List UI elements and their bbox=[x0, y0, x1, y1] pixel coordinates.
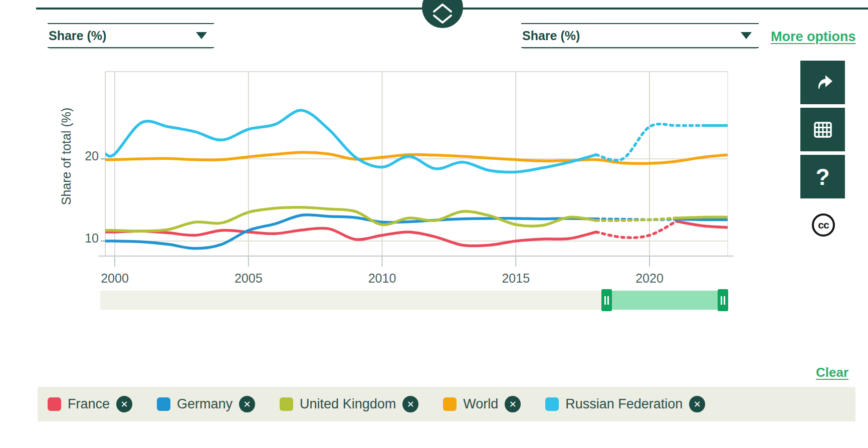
chart-toolbar: ? bbox=[800, 61, 845, 202]
legend-swatch bbox=[48, 397, 61, 411]
time-range-slider[interactable] bbox=[100, 291, 728, 310]
remove-series-button[interactable]: ✕ bbox=[239, 396, 255, 412]
legend-label: United Kingdom bbox=[300, 396, 396, 412]
y-axis-title: Share of total (%) bbox=[59, 108, 73, 205]
x-tick-label: 2005 bbox=[235, 271, 263, 285]
legend-swatch bbox=[443, 397, 457, 411]
legend-item-united-kingdom: United Kingdom✕ bbox=[280, 396, 418, 412]
legend-item-world: World✕ bbox=[443, 396, 521, 412]
panel-collapse-toggle[interactable] bbox=[422, 0, 463, 28]
legend-swatch bbox=[280, 397, 293, 411]
slider-right-handle[interactable] bbox=[718, 289, 728, 311]
x-tick-label: 2000 bbox=[101, 271, 129, 285]
legend-item-russian-federation: Russian Federation✕ bbox=[545, 396, 705, 412]
gridlines bbox=[98, 72, 734, 267]
series-line-germany bbox=[105, 215, 596, 249]
legend-item-france: France✕ bbox=[48, 396, 132, 412]
series-line-united-kingdom bbox=[676, 217, 730, 218]
series-line-france bbox=[676, 221, 730, 228]
series-line-united-kingdom-projected bbox=[596, 218, 676, 220]
series-legend: France✕Germany✕United Kingdom✕World✕Russ… bbox=[38, 387, 855, 421]
remove-series-button[interactable]: ✕ bbox=[402, 396, 418, 412]
series-lines bbox=[105, 110, 730, 249]
right-axis-metric-select[interactable]: Share (%) bbox=[521, 23, 759, 48]
pause-bars-icon bbox=[721, 296, 725, 305]
left-axis-metric-select[interactable]: Share (%) bbox=[48, 23, 214, 48]
legend-label: Russian Federation bbox=[565, 396, 683, 412]
series-line-united-kingdom bbox=[105, 207, 596, 232]
slider-selected-range[interactable] bbox=[611, 291, 718, 310]
legend-label: Germany bbox=[177, 396, 233, 412]
line-chart[interactable]: Share of total (%) 200020052010201520201… bbox=[0, 0, 868, 448]
share-button[interactable] bbox=[800, 61, 845, 104]
x-tick-label: 2015 bbox=[502, 271, 530, 285]
energy-data-browser-panel: Share of total (%) 200020052010201520201… bbox=[0, 0, 868, 448]
series-line-germany-projected bbox=[596, 219, 676, 220]
x-tick-label: 2010 bbox=[368, 271, 396, 285]
legend-swatch bbox=[157, 397, 170, 411]
table-grid-icon bbox=[811, 118, 835, 142]
series-line-france-projected bbox=[596, 221, 676, 238]
chevron-down-icon bbox=[196, 32, 207, 39]
help-button[interactable]: ? bbox=[800, 155, 845, 198]
more-options-link[interactable]: More options bbox=[771, 29, 856, 45]
y-tick-label: 10 bbox=[85, 231, 99, 245]
legend-swatch bbox=[545, 397, 559, 411]
remove-series-button[interactable]: ✕ bbox=[689, 396, 705, 412]
legend-label: World bbox=[463, 396, 498, 412]
right-axis-metric-value: Share (%) bbox=[522, 29, 580, 43]
cc-text: cc bbox=[818, 219, 828, 231]
slider-left-handle[interactable] bbox=[601, 289, 612, 311]
data-table-button[interactable] bbox=[800, 108, 845, 151]
series-line-germany bbox=[676, 219, 730, 220]
legend-item-germany: Germany✕ bbox=[157, 396, 255, 412]
series-line-russian-federation bbox=[105, 110, 596, 172]
share-arrow-icon bbox=[811, 71, 835, 95]
axis-tick-labels: 200020052010201520201020 bbox=[85, 149, 664, 285]
x-tick-label: 2020 bbox=[635, 271, 664, 285]
chevron-down-icon bbox=[741, 32, 752, 39]
question-mark-icon: ? bbox=[815, 165, 829, 188]
series-line-world bbox=[105, 152, 730, 163]
remove-series-button[interactable]: ✕ bbox=[116, 396, 132, 412]
y-tick-label: 20 bbox=[85, 149, 99, 163]
pause-bars-icon bbox=[604, 296, 609, 305]
left-axis-metric-value: Share (%) bbox=[49, 29, 106, 43]
clear-series-link[interactable]: Clear bbox=[816, 365, 848, 380]
creative-commons-icon[interactable]: cc bbox=[812, 213, 835, 237]
remove-series-button[interactable]: ✕ bbox=[505, 396, 521, 412]
legend-label: France bbox=[68, 396, 110, 412]
series-line-russian-federation-projected bbox=[596, 124, 703, 160]
series-line-france bbox=[105, 228, 596, 246]
